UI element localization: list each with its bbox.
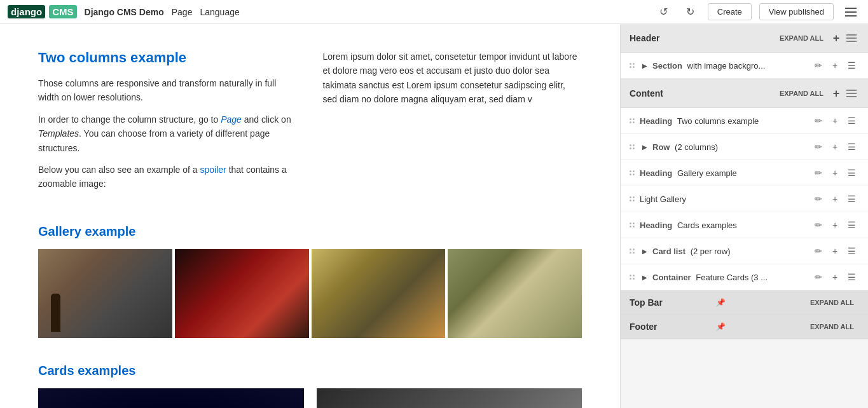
expand-arrow-row[interactable]: ▶ — [640, 142, 650, 152]
footer-expand-all-button[interactable]: EXPAND ALL — [810, 323, 854, 330]
expand-arrow-section-image[interactable]: ▶ — [640, 60, 650, 71]
sidebar-header-section-header: Header EXPAND ALL + — [621, 24, 868, 53]
expand-arrow-container[interactable]: ▶ — [640, 272, 650, 282]
item-actions-light-gallery: ✏ + ☰ — [811, 191, 859, 207]
item-label-heading-two-columns: Heading Two columns example — [640, 116, 811, 126]
sidebar-item-light-gallery[interactable]: Light Gallery ✏ + ☰ — [621, 186, 868, 212]
item-actions-container-feature-cards: ✏ + ☰ — [811, 269, 859, 285]
menu-heading-cards-button[interactable]: ☰ — [844, 217, 859, 233]
site-name: Django CMS Demo — [85, 7, 164, 17]
hamburger-line-3 — [845, 15, 857, 17]
edit-light-gallery-button[interactable]: ✏ — [811, 191, 826, 207]
sidebar-item-card-list[interactable]: ▶ Card list (2 per row) ✏ + ☰ — [621, 238, 868, 264]
add-container-button[interactable]: + — [827, 269, 843, 285]
card-image-2[interactable] — [317, 388, 582, 408]
card-image-1[interactable] — [38, 388, 304, 408]
drag-handle — [630, 63, 635, 68]
add-section-image-button[interactable]: + — [827, 58, 843, 73]
main-layout: Two columns example Those columns are re… — [0, 24, 868, 408]
edit-section-image-button[interactable]: ✏ — [811, 58, 826, 73]
topbar-section-label: Top Bar — [630, 297, 713, 308]
sidebar-item-container-feature-cards[interactable]: ▶ Container Feature Cards (3 ... ✏ + ☰ — [621, 264, 868, 290]
sidebar-content-section: Content EXPAND ALL + Heading Two columns… — [621, 79, 868, 291]
menu-card-list-button[interactable]: ☰ — [844, 243, 859, 259]
drag-handle — [630, 144, 635, 149]
gallery-section: Gallery example — [38, 224, 582, 338]
drag-handle — [630, 222, 635, 228]
item-actions-row-2-columns: ✏ + ☰ — [811, 139, 859, 154]
menu-light-gallery-button[interactable]: ☰ — [844, 191, 859, 207]
logo-area: djangoCMS — [8, 5, 77, 18]
sidebar-item-row-2-columns[interactable]: ▶ Row (2 columns) ✏ + ☰ — [621, 134, 868, 160]
menu-row-button[interactable]: ☰ — [844, 139, 859, 154]
sidebar-item-heading-gallery[interactable]: Heading Gallery example ✏ + ☰ — [621, 160, 868, 186]
hamburger-line-1 — [845, 8, 857, 9]
sidebar-content-section-header: Content EXPAND ALL + — [621, 79, 868, 108]
page-link[interactable]: Page — [221, 114, 242, 125]
add-light-gallery-button[interactable]: + — [827, 191, 843, 207]
drag-handle — [630, 170, 635, 175]
menu-heading-two-columns-button[interactable]: ☰ — [844, 113, 859, 128]
col1-p3: Below you can also see an example of a s… — [38, 163, 298, 191]
topbar-pin-icon: 📌 — [716, 298, 726, 307]
add-heading-cards-button[interactable]: + — [827, 217, 843, 233]
item-label-row-2-columns: Row (2 columns) — [652, 142, 811, 152]
sidebar-header-section: Header EXPAND ALL + ▶ Section with image… — [621, 24, 868, 79]
edit-row-button[interactable]: ✏ — [811, 139, 826, 154]
content-add-button[interactable]: + — [829, 86, 844, 101]
sidebar: Header EXPAND ALL + ▶ Section with image… — [620, 24, 868, 408]
sidebar-topbar-section-header: Top Bar 📌 EXPAND ALL — [621, 291, 868, 315]
two-columns-text: Those columns are responsive and transfo… — [38, 76, 298, 191]
item-actions-heading-two-columns: ✏ + ☰ — [811, 113, 859, 128]
item-label-container-feature-cards: Container Feature Cards (3 ... — [652, 273, 811, 282]
menu-line-2 — [846, 93, 857, 94]
hamburger-menu-button[interactable] — [841, 3, 860, 22]
edit-heading-cards-button[interactable]: ✏ — [811, 217, 826, 233]
content-expand-all-button[interactable]: EXPAND ALL — [780, 90, 823, 97]
nav-page[interactable]: Page — [172, 7, 193, 17]
add-row-button[interactable]: + — [827, 139, 843, 154]
gallery-image-2[interactable] — [175, 249, 309, 338]
top-bar: djangoCMS Django CMS Demo Page Language … — [0, 0, 868, 24]
expand-arrow-card-list[interactable]: ▶ — [640, 246, 650, 256]
topbar-expand-all-button[interactable]: EXPAND ALL — [810, 299, 854, 306]
header-menu-button[interactable] — [844, 31, 859, 46]
gallery-image-1[interactable] — [38, 249, 172, 338]
sidebar-footer-section-header: Footer 📌 EXPAND ALL — [621, 315, 868, 339]
gallery-grid — [38, 249, 582, 338]
cards-section: Cards examples — [38, 364, 582, 408]
add-card-list-button[interactable]: + — [827, 243, 843, 259]
content-menu-button[interactable] — [844, 86, 859, 101]
drag-handle — [630, 275, 635, 280]
nav-language[interactable]: Language — [200, 7, 239, 17]
undo-button[interactable]: ↺ — [654, 3, 673, 22]
sidebar-item-heading-cards[interactable]: Heading Cards examples ✏ + ☰ — [621, 212, 868, 238]
footer-section-label: Footer — [630, 322, 713, 332]
item-label-section-image: Section with image backgro... — [652, 61, 811, 71]
header-expand-all-button[interactable]: EXPAND ALL — [780, 34, 823, 42]
item-label-card-list: Card list (2 per row) — [652, 247, 811, 256]
add-heading-two-columns-button[interactable]: + — [827, 113, 843, 128]
menu-section-image-button[interactable]: ☰ — [844, 58, 859, 73]
gallery-image-4[interactable] — [448, 249, 582, 338]
drag-handle — [630, 196, 635, 201]
gallery-image-3[interactable] — [312, 249, 446, 338]
edit-heading-gallery-button[interactable]: ✏ — [811, 165, 826, 180]
menu-line-1 — [846, 90, 857, 91]
sidebar-item-heading-two-columns[interactable]: Heading Two columns example ✏ + ☰ — [621, 108, 868, 134]
redo-button[interactable]: ↻ — [681, 3, 700, 22]
edit-container-button[interactable]: ✏ — [811, 269, 826, 285]
menu-container-button[interactable]: ☰ — [844, 269, 859, 285]
view-published-button[interactable]: View published — [759, 3, 834, 20]
sidebar-item-section-image-background[interactable]: ▶ Section with image backgro... ✏ + ☰ — [621, 53, 868, 79]
create-button[interactable]: Create — [708, 3, 752, 20]
logo-cms: CMS — [49, 5, 76, 18]
add-heading-gallery-button[interactable]: + — [827, 165, 843, 180]
edit-heading-two-columns-button[interactable]: ✏ — [811, 113, 826, 128]
header-add-button[interactable]: + — [829, 31, 844, 46]
spoiler-link[interactable]: spoiler — [200, 165, 226, 175]
item-actions-section-image: ✏ + ☰ — [811, 58, 859, 73]
menu-heading-gallery-button[interactable]: ☰ — [844, 165, 859, 180]
two-columns-section: Two columns example Those columns are re… — [38, 50, 582, 199]
edit-card-list-button[interactable]: ✏ — [811, 243, 826, 259]
